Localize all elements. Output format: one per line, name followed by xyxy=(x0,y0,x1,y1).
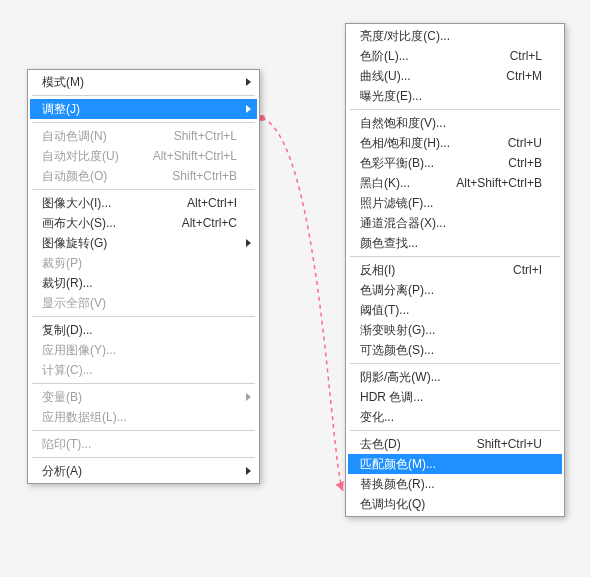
menu-item-label: 替换颜色(R)... xyxy=(360,476,542,493)
menu-item-label: 复制(D)... xyxy=(42,322,237,339)
adjustments-menu[interactable]: 亮度/对比度(C)...色阶(L)...Ctrl+L曲线(U)...Ctrl+M… xyxy=(345,23,565,517)
rightMenu-item[interactable]: 替换颜色(R)... xyxy=(348,474,562,494)
leftMenu-item: 自动色调(N)Shift+Ctrl+L xyxy=(30,126,257,146)
menu-item-label: 颜色查找... xyxy=(360,235,542,252)
leftMenu-item: 应用数据组(L)... xyxy=(30,407,257,427)
menu-item-label: 图像大小(I)... xyxy=(42,195,175,212)
leftMenu-separator xyxy=(32,457,255,458)
rightMenu-item[interactable]: 匹配颜色(M)... xyxy=(348,454,562,474)
menu-item-label: 调整(J) xyxy=(42,101,237,118)
menu-item-label: 变量(B) xyxy=(42,389,237,406)
rightMenu-item[interactable]: 亮度/对比度(C)... xyxy=(348,26,562,46)
leftMenu-separator xyxy=(32,430,255,431)
leftMenu-item[interactable]: 调整(J) xyxy=(30,99,257,119)
rightMenu-item[interactable]: 自然饱和度(V)... xyxy=(348,113,562,133)
leftMenu-separator xyxy=(32,122,255,123)
rightMenu-item[interactable]: 去色(D)Shift+Ctrl+U xyxy=(348,434,562,454)
menu-item-label: 图像旋转(G) xyxy=(42,235,237,252)
menu-item-label: 曲线(U)... xyxy=(360,68,494,85)
menu-item-label: 通道混合器(X)... xyxy=(360,215,542,232)
menu-item-label: 显示全部(V) xyxy=(42,295,237,312)
menu-item-shortcut: Alt+Ctrl+I xyxy=(187,196,237,210)
menu-item-label: HDR 色调... xyxy=(360,389,542,406)
menu-item-label: 自动色调(N) xyxy=(42,128,162,145)
rightMenu-item[interactable]: 阈值(T)... xyxy=(348,300,562,320)
menu-item-label: 色彩平衡(B)... xyxy=(360,155,496,172)
rightMenu-item[interactable]: 色相/饱和度(H)...Ctrl+U xyxy=(348,133,562,153)
rightMenu-item[interactable]: 色阶(L)...Ctrl+L xyxy=(348,46,562,66)
menu-item-label: 裁切(R)... xyxy=(42,275,237,292)
menu-item-label: 裁剪(P) xyxy=(42,255,237,272)
menu-item-label: 应用图像(Y)... xyxy=(42,342,237,359)
rightMenu-item[interactable]: 可选颜色(S)... xyxy=(348,340,562,360)
leftMenu-item[interactable]: 分析(A) xyxy=(30,461,257,481)
rightMenu-separator xyxy=(350,363,560,364)
rightMenu-item[interactable]: 色彩平衡(B)...Ctrl+B xyxy=(348,153,562,173)
rightMenu-separator xyxy=(350,430,560,431)
leftMenu-item: 显示全部(V) xyxy=(30,293,257,313)
leftMenu-separator xyxy=(32,95,255,96)
submenu-arrow-icon xyxy=(246,393,251,401)
leftMenu-item: 应用图像(Y)... xyxy=(30,340,257,360)
leftMenu-item[interactable]: 画布大小(S)...Alt+Ctrl+C xyxy=(30,213,257,233)
leftMenu-item: 自动颜色(O)Shift+Ctrl+B xyxy=(30,166,257,186)
menu-item-label: 渐变映射(G)... xyxy=(360,322,542,339)
menu-item-label: 画布大小(S)... xyxy=(42,215,170,232)
menu-item-label: 色调均化(Q) xyxy=(360,496,542,513)
menu-item-label: 亮度/对比度(C)... xyxy=(360,28,542,45)
rightMenu-item[interactable]: 黑白(K)...Alt+Shift+Ctrl+B xyxy=(348,173,562,193)
rightMenu-item[interactable]: 变化... xyxy=(348,407,562,427)
menu-item-label: 陷印(T)... xyxy=(42,436,237,453)
menu-item-label: 自动颜色(O) xyxy=(42,168,160,185)
menu-item-label: 变化... xyxy=(360,409,542,426)
menu-item-label: 分析(A) xyxy=(42,463,237,480)
leftMenu-item[interactable]: 图像大小(I)...Alt+Ctrl+I xyxy=(30,193,257,213)
rightMenu-item[interactable]: 曝光度(E)... xyxy=(348,86,562,106)
rightMenu-item[interactable]: 渐变映射(G)... xyxy=(348,320,562,340)
menu-item-label: 计算(C)... xyxy=(42,362,237,379)
submenu-arrow-icon xyxy=(246,239,251,247)
menu-item-label: 阈值(T)... xyxy=(360,302,542,319)
leftMenu-item: 陷印(T)... xyxy=(30,434,257,454)
rightMenu-item[interactable]: 颜色查找... xyxy=(348,233,562,253)
submenu-arrow-icon xyxy=(246,467,251,475)
leftMenu-item: 变量(B) xyxy=(30,387,257,407)
rightMenu-separator xyxy=(350,256,560,257)
leftMenu-item[interactable]: 裁切(R)... xyxy=(30,273,257,293)
leftMenu-item[interactable]: 模式(M) xyxy=(30,72,257,92)
menu-item-shortcut: Alt+Ctrl+C xyxy=(182,216,237,230)
menu-item-shortcut: Ctrl+B xyxy=(508,156,542,170)
rightMenu-item[interactable]: HDR 色调... xyxy=(348,387,562,407)
rightMenu-item[interactable]: 反相(I)Ctrl+I xyxy=(348,260,562,280)
rightMenu-separator xyxy=(350,109,560,110)
rightMenu-item[interactable]: 色调均化(Q) xyxy=(348,494,562,514)
menu-item-shortcut: Alt+Shift+Ctrl+B xyxy=(456,176,542,190)
leftMenu-item[interactable]: 图像旋转(G) xyxy=(30,233,257,253)
menu-item-label: 色阶(L)... xyxy=(360,48,498,65)
menu-item-shortcut: Shift+Ctrl+U xyxy=(477,437,542,451)
leftMenu-item: 计算(C)... xyxy=(30,360,257,380)
menu-item-shortcut: Ctrl+I xyxy=(513,263,542,277)
leftMenu-separator xyxy=(32,383,255,384)
rightMenu-item[interactable]: 阴影/高光(W)... xyxy=(348,367,562,387)
submenu-arrow-icon xyxy=(246,105,251,113)
menu-item-label: 匹配颜色(M)... xyxy=(360,456,542,473)
menu-item-shortcut: Ctrl+U xyxy=(508,136,542,150)
rightMenu-item[interactable]: 照片滤镜(F)... xyxy=(348,193,562,213)
leftMenu-item[interactable]: 复制(D)... xyxy=(30,320,257,340)
menu-item-shortcut: Shift+Ctrl+B xyxy=(172,169,237,183)
image-menu[interactable]: 模式(M)调整(J)自动色调(N)Shift+Ctrl+L自动对比度(U)Alt… xyxy=(27,69,260,484)
rightMenu-item[interactable]: 曲线(U)...Ctrl+M xyxy=(348,66,562,86)
menu-item-shortcut: Alt+Shift+Ctrl+L xyxy=(153,149,237,163)
rightMenu-item[interactable]: 通道混合器(X)... xyxy=(348,213,562,233)
menu-item-shortcut: Shift+Ctrl+L xyxy=(174,129,237,143)
menu-item-label: 自动对比度(U) xyxy=(42,148,141,165)
rightMenu-item[interactable]: 色调分离(P)... xyxy=(348,280,562,300)
menu-item-shortcut: Ctrl+M xyxy=(506,69,542,83)
leftMenu-separator xyxy=(32,189,255,190)
menu-item-label: 照片滤镜(F)... xyxy=(360,195,542,212)
menu-item-label: 模式(M) xyxy=(42,74,237,91)
menu-item-label: 阴影/高光(W)... xyxy=(360,369,542,386)
submenu-arrow-icon xyxy=(246,78,251,86)
menu-item-label: 自然饱和度(V)... xyxy=(360,115,542,132)
